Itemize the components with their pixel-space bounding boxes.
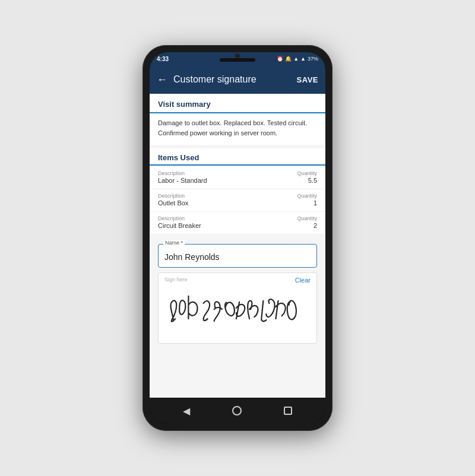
battery-text: 37% [308, 56, 318, 62]
item-row-values: Circuit Breaker 2 [158, 222, 317, 229]
item-row-header: Description Quantity [158, 193, 317, 199]
back-button[interactable]: ← [157, 74, 167, 86]
item-quantity-3: 2 [314, 222, 317, 229]
phone-camera [235, 53, 240, 58]
item-row-header: Description Quantity [158, 170, 317, 176]
item-row-values: Outlet Box 1 [158, 199, 317, 207]
signature-box[interactable]: Sign here Clear [158, 272, 317, 344]
phone-device: 4:33 ⏰ 🔔 ▲ ▲ 37% ← Customer signature SA… [142, 45, 332, 431]
description-label-3: Description [158, 215, 185, 221]
table-row: Description Quantity Labor - Standard 5.… [150, 167, 325, 189]
home-button[interactable] [232, 406, 242, 415]
back-nav-button[interactable]: ◀ [183, 405, 190, 417]
sign-here-label: Sign here [164, 277, 188, 283]
page-title: Customer signature [173, 74, 297, 85]
quantity-label-3: Quantity [297, 215, 317, 221]
table-row: Description Quantity Outlet Box 1 [150, 189, 325, 212]
quantity-label-2: Quantity [297, 193, 317, 199]
visit-summary-text: Damage to outlet box. Replaced box. Test… [150, 113, 325, 145]
item-row-values: Labor - Standard 5.5 [158, 177, 317, 184]
signature-section: Sign here Clear [150, 272, 325, 350]
alarm-icon: ⏰ [277, 56, 283, 62]
visit-summary-header: Visit summary [150, 94, 325, 113]
table-row: Description Quantity Circuit Breaker 2 [150, 212, 325, 234]
status-time: 4:33 [157, 56, 169, 62]
name-field-label: Name * [163, 240, 185, 246]
phone-screen: 4:33 ⏰ 🔔 ▲ ▲ 37% ← Customer signature SA… [150, 52, 325, 424]
items-used-header: Items Used [150, 148, 325, 166]
quantity-label: Quantity [297, 170, 317, 176]
signal-icon: ▲ [300, 56, 306, 62]
app-header: ← Customer signature SAVE [150, 65, 325, 94]
nav-bar: ◀ [150, 398, 325, 424]
name-field-section: Name * John Reynolds [150, 239, 325, 272]
item-row-header: Description Quantity [158, 215, 317, 221]
item-quantity-2: 1 [314, 199, 317, 207]
clear-button[interactable]: Clear [295, 277, 311, 284]
name-field-container: Name * John Reynolds [158, 244, 317, 268]
app-content: Visit summary Damage to outlet box. Repl… [150, 94, 325, 398]
description-label: Description [158, 170, 185, 176]
wifi-icon: ▲ [293, 56, 299, 62]
save-button[interactable]: SAVE [297, 75, 318, 84]
item-description-2: Outlet Box [158, 199, 188, 207]
notification-icon: 🔔 [285, 56, 292, 62]
status-icons: ⏰ 🔔 ▲ ▲ 37% [277, 56, 318, 62]
phone-speaker [220, 58, 255, 62]
signature-drawing [159, 273, 316, 343]
description-label-2: Description [158, 193, 185, 199]
item-quantity-1: 5.5 [308, 177, 317, 184]
item-description-1: Labor - Standard [158, 177, 207, 184]
items-table: Description Quantity Labor - Standard 5.… [150, 167, 325, 234]
recents-button[interactable] [284, 407, 292, 415]
item-description-3: Circuit Breaker [158, 222, 201, 229]
name-field-value[interactable]: John Reynolds [164, 252, 220, 262]
